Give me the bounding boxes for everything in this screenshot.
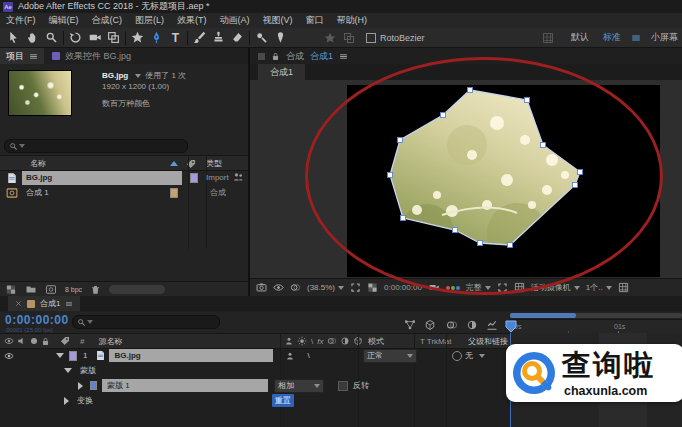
workspace-standard[interactable]: 标准 [603,31,621,44]
menu-view[interactable]: 视图(V) [263,14,293,27]
transform-expander-icon[interactable] [64,397,69,405]
project-item-bg-jpg[interactable]: BG.jpg Import [0,170,248,185]
column-type[interactable]: 类型 [206,158,222,169]
composition-viewer[interactable] [250,80,682,278]
composition-active-name[interactable]: 合成1 [310,50,333,63]
mask-shape[interactable] [347,85,660,277]
zoom-tool[interactable] [42,29,61,47]
grid-guides-icon[interactable] [514,282,525,293]
workspace-menu-icon[interactable] [631,29,641,47]
mode-column[interactable]: 模式 [368,336,384,347]
text-tool[interactable]: T [166,29,185,47]
menu-edit[interactable]: 编辑(E) [49,14,79,27]
workspace-small-screen[interactable]: 小屏幕 [651,31,678,44]
mask-mode-dropdown[interactable]: 相加 [274,379,324,393]
sort-ascending-icon[interactable] [170,161,178,166]
new-composition-icon[interactable] [45,284,57,295]
magnification-dropdown[interactable]: (38.5%) [307,283,344,292]
layer-visibility-icon[interactable] [4,351,14,361]
selection-tool[interactable] [4,29,23,47]
transform-reset-button[interactable]: 重置 [272,394,294,407]
motion-blur-icon[interactable] [466,315,478,333]
menu-effect[interactable]: 效果(T) [177,14,207,27]
tab-comp1[interactable]: 合成1 [258,64,305,80]
menu-composition[interactable]: 合成(C) [92,14,123,27]
label-swatch[interactable] [170,188,178,198]
new-folder-icon[interactable] [25,284,37,295]
menu-help[interactable]: 帮助(H) [337,14,368,27]
lock-icon[interactable] [271,52,280,61]
color-channels-icon[interactable] [446,286,460,290]
interpret-footage-icon[interactable] [5,284,17,295]
menu-animation[interactable]: 动画(A) [220,14,250,27]
column-name[interactable]: 名称 [30,158,46,169]
panel-menu-icon[interactable] [339,47,348,65]
camera-icon[interactable] [428,282,440,293]
group-expander-icon[interactable] [64,368,72,373]
close-icon[interactable] [15,300,22,307]
parent-dropdown[interactable]: 无 [452,350,485,361]
layer-shy-icon[interactable] [285,351,295,361]
puppet-pin-tool[interactable] [271,29,290,47]
pan-behind-tool[interactable] [104,29,123,47]
composition-flowchart-icon[interactable] [404,315,416,333]
mask-expander-icon[interactable] [78,382,83,390]
layer-expander-icon[interactable] [56,353,64,358]
snapshot-icon[interactable] [256,282,267,293]
rotobezier-checkbox[interactable] [366,33,376,43]
source-name-column[interactable]: 源名称 [98,336,122,347]
tab-timeline-comp1[interactable]: 合成1 [8,296,80,311]
panel-menu-icon[interactable] [65,300,73,308]
view-layout-dropdown[interactable]: 1个.. [586,282,612,293]
hand-tool[interactable] [23,29,42,47]
masks-group-row[interactable]: 蒙版 [0,363,510,378]
time-navigator-bar[interactable] [510,313,576,318]
transparency-grid-icon[interactable] [367,282,378,293]
channels-icon[interactable] [290,282,301,293]
blend-mode-dropdown[interactable]: 正常 [363,349,417,363]
viewer-timecode[interactable]: 0:00:00:00 [384,283,422,292]
mask-color-swatch[interactable] [90,381,97,390]
draft-3d-icon[interactable] [424,315,436,333]
timeline-search-input[interactable] [72,315,220,329]
show-snapshot-icon[interactable] [273,282,284,293]
tab-project[interactable]: 项目 [0,48,44,64]
camera-tool[interactable] [85,29,104,47]
roi-icon[interactable] [350,282,361,293]
project-search-input[interactable] [4,139,188,153]
current-timecode[interactable]: 0:00:00:00 [5,313,69,327]
trash-icon[interactable] [90,284,101,295]
resolution-dropdown[interactable]: 完整 [466,282,491,293]
mask1-row[interactable]: 蒙版 1 相加 反转 [0,378,510,393]
menu-window[interactable]: 窗口 [306,14,324,27]
menu-file[interactable]: 文件(F) [6,14,36,27]
brush-tool[interactable] [190,29,209,47]
panel-menu-icon[interactable] [29,47,38,65]
pickwhip-icon[interactable] [452,351,462,361]
clone-stamp-tool[interactable] [209,29,228,47]
pixel-aspect-icon[interactable] [618,282,629,293]
eraser-tool[interactable] [228,29,247,47]
time-ruler[interactable]: 0s 01s [510,319,682,334]
footage-dropdown-icon[interactable] [135,74,141,78]
transform-group-row[interactable]: 变换 重置 [0,393,510,408]
project-bpc[interactable]: 8 bpc [65,286,82,293]
mask-shape-tool[interactable] [128,29,147,47]
frame-blending-icon[interactable] [446,315,458,333]
parent-link-column[interactable]: 父级和链接 [468,336,508,347]
playhead-indicator[interactable] [505,320,517,333]
pen-tool[interactable] [147,29,166,47]
menu-layer[interactable]: 图层(L) [135,14,164,27]
mask-inverted-checkbox[interactable] [338,381,348,391]
rotate-tool[interactable] [66,29,85,47]
layer-row-bg-jpg[interactable]: 1 BG.jpg \ 正常 无 [0,348,510,363]
region-of-interest-icon[interactable] [497,282,508,293]
roto-brush-tool[interactable] [252,29,271,47]
tab-effect-controls[interactable]: 效果控件 BG.jpg [44,48,139,64]
layer-label-swatch[interactable] [69,351,77,361]
active-camera-dropdown[interactable]: 活动摄像机 [531,282,580,293]
label-swatch[interactable] [190,173,198,183]
project-item-comp-1[interactable]: 合成 1 合成 [0,185,248,200]
workspace-default[interactable]: 默认 [571,31,589,44]
graph-editor-icon[interactable] [486,315,498,333]
